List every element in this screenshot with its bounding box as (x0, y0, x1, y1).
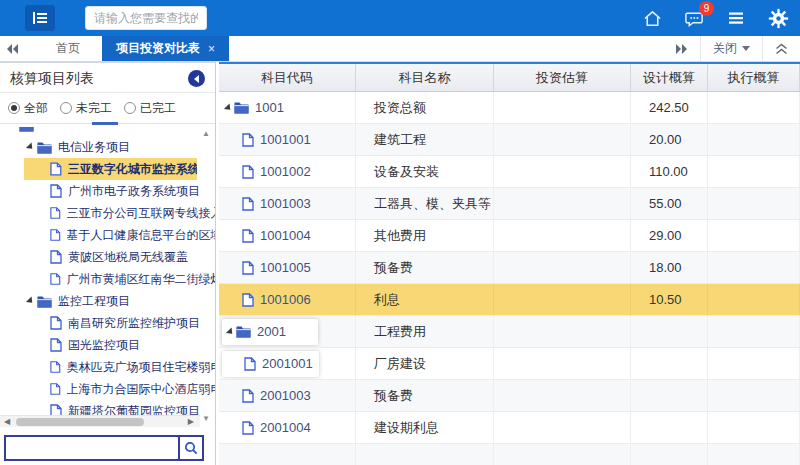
cell-exec-estimate (708, 156, 800, 187)
tree-file-item[interactable]: 三亚数字化城市监控系统 (24, 158, 197, 180)
cell-invest-estimate (494, 412, 631, 443)
expand-caret-icon[interactable] (8, 127, 17, 130)
notification-badge: 9 (699, 1, 714, 16)
cell-exec-estimate (708, 380, 800, 411)
table-row[interactable]: 1001投资总额242.50 (219, 92, 800, 124)
home-icon[interactable] (640, 6, 664, 30)
cell-design-estimate (631, 348, 708, 379)
panel-collapse-button[interactable] (188, 70, 205, 87)
filter-radio-1[interactable]: 未完工 (60, 100, 112, 117)
subject-code-text: 1001003 (260, 196, 311, 211)
cell-subject-name: 预备费 (356, 380, 494, 411)
column-header-invest-estimate[interactable]: 投资估算 (494, 64, 631, 91)
cell-exec-estimate (708, 412, 800, 443)
menu-list-icon[interactable] (724, 6, 748, 30)
expand-caret-icon[interactable] (224, 103, 233, 112)
folder-icon (234, 101, 249, 114)
hscroll-right-icon[interactable]: ▶ (188, 417, 194, 426)
radio-icon[interactable] (124, 102, 136, 114)
cell-design-estimate (631, 380, 708, 411)
table-row[interactable]: 1001002设备及安装110.00 (219, 156, 800, 188)
filter-label: 未完工 (76, 100, 112, 117)
messages-icon[interactable]: 9 (682, 6, 706, 30)
scroll-tabs-left-icon[interactable] (0, 36, 26, 61)
cell-design-estimate: 55.00 (631, 188, 708, 219)
column-header-subject-name[interactable]: 科目名称 (356, 64, 494, 91)
tree-folder-item[interactable]: 监控工程项目 (0, 290, 215, 312)
radio-icon[interactable] (60, 102, 72, 114)
tree-item-label: 广州市黄埔区红南华二街绿灯监 (67, 271, 215, 288)
file-icon (242, 165, 254, 179)
project-list-panel: 核算项目列表 全部未完工已完工 电信业务项目 三亚数字化城市监控系统 广州市电子… (0, 62, 216, 465)
table-row[interactable]: 2001004建设期利息 (219, 412, 800, 444)
tree-item-label: 三亚数字化城市监控系统 (68, 161, 197, 178)
table-row[interactable] (219, 444, 800, 465)
tree-file-item[interactable]: 三亚市分公司互联网专线接入服 (0, 202, 215, 224)
scroll-tabs-right-icon[interactable] (664, 36, 700, 61)
tree-folder-item[interactable] (0, 127, 215, 136)
cell-subject-code: 1001 (219, 92, 356, 123)
tree-scroll-up-icon[interactable]: ▲ (202, 129, 210, 138)
cell-subject-name: 设备及安装 (356, 156, 494, 187)
sidebar-toggle-button[interactable] (25, 5, 55, 31)
folder-icon (19, 127, 34, 132)
code-cell-content: 1001 (219, 95, 290, 121)
cell-subject-name: 工器具、模、夹具等 (356, 188, 494, 219)
radio-icon[interactable] (8, 102, 20, 114)
tree-file-item[interactable]: 国光监控项目 (0, 334, 215, 356)
file-icon (50, 228, 61, 242)
table-row[interactable]: 1001003工器具、模、夹具等55.00 (219, 188, 800, 220)
cell-subject-code: 1001003 (219, 188, 356, 219)
expand-caret-icon[interactable] (26, 296, 35, 305)
cell-invest-estimate (494, 252, 631, 283)
tree-file-item[interactable]: 奥林匹克广场项目住宅楼弱电工 (0, 356, 215, 378)
table-row[interactable]: 1001006利息10.50 (219, 284, 800, 316)
close-tabs-dropdown[interactable]: 关闭 (700, 36, 762, 61)
subject-code-text: 1001001 (260, 132, 311, 147)
tab-home[interactable]: 首页 (34, 36, 102, 61)
code-cell-content: 2001004 (219, 415, 317, 441)
tree-search-input[interactable] (6, 437, 178, 459)
tab-project-investment-compare[interactable]: 项目投资对比表 × (102, 36, 229, 61)
tree-file-item[interactable]: 广州市电子政务系统项目 (0, 180, 215, 202)
cell-subject-name: 预备费 (356, 252, 494, 283)
settings-gear-icon[interactable] (766, 6, 790, 30)
tree-file-item[interactable]: 上海市力合国际中心酒店弱电项 (0, 378, 215, 400)
expand-caret-icon[interactable] (226, 327, 235, 336)
filter-radio-0[interactable]: 全部 (8, 100, 48, 117)
tree-horizontal-scrollbar[interactable]: ◀ ▶ (0, 415, 200, 427)
splitter-grip[interactable] (92, 122, 118, 125)
table-row[interactable]: 1001004其他费用29.00 (219, 220, 800, 252)
tree-file-item[interactable]: 基于人口健康信息平台的区域分 (0, 224, 215, 246)
collapse-panel-icon[interactable] (762, 36, 800, 61)
global-search-input[interactable] (85, 6, 207, 30)
cell-subject-name: 工程费用 (356, 316, 494, 347)
hscroll-left-icon[interactable]: ◀ (4, 417, 10, 426)
table-row[interactable]: 1001001建筑工程20.00 (219, 124, 800, 156)
expand-caret-icon[interactable] (26, 142, 35, 151)
tree-search-button[interactable] (178, 437, 202, 459)
column-header-exec-estimate[interactable]: 执行概算 (708, 64, 800, 91)
table-row[interactable]: 1001005预备费18.00 (219, 252, 800, 284)
cell-invest-estimate (494, 284, 631, 315)
subject-code-text: 2001003 (260, 388, 311, 403)
column-header-design-estimate[interactable]: 设计概算 (631, 64, 708, 91)
tree-file-item[interactable]: 黄陂区地税局无线覆盖 (0, 246, 215, 268)
splitter[interactable] (0, 123, 215, 124)
filter-radio-2[interactable]: 已完工 (124, 100, 176, 117)
cell-subject-name: 建设期利息 (356, 412, 494, 443)
cell-design-estimate: 242.50 (631, 92, 708, 123)
table-row[interactable]: 2001003预备费 (219, 380, 800, 412)
folder-icon (37, 141, 52, 154)
column-header-subject-code[interactable]: 科目代码 (219, 64, 356, 91)
code-cell-content: 1001002 (219, 159, 317, 185)
tree-file-item[interactable]: 广州市黄埔区红南华二街绿灯监 (0, 268, 215, 290)
tree-folder-item[interactable]: 电信业务项目 (0, 136, 215, 158)
table-row[interactable]: 2001工程费用 (219, 316, 800, 348)
hscroll-thumb[interactable] (16, 418, 144, 426)
tree-scroll-down-icon[interactable]: ▼ (202, 414, 210, 423)
table-row[interactable]: 2001001厂房建设 (219, 348, 800, 380)
tree-file-item[interactable]: 南昌研究所监控维护项目 (0, 312, 215, 334)
cell-design-estimate: 10.50 (631, 284, 708, 315)
tab-close-icon[interactable]: × (208, 42, 215, 56)
